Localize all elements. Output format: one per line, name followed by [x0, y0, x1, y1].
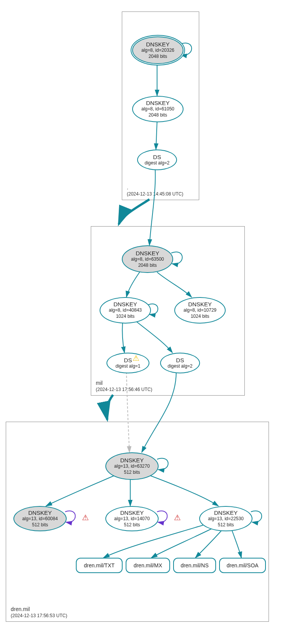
node-sub1: alg=13, id=60084 [22, 516, 58, 522]
node-dnskey-mil-zsk-40843: DNSKEY alg=8, id=40843 1024 bits [100, 297, 151, 324]
node-title: dren.mil/SOA [226, 562, 258, 568]
node-sub1: alg=8, id=61050 [141, 106, 174, 112]
node-rrset-ns: dren.mil/NS [173, 558, 216, 573]
node-dnskey-mil-zsk-10729: DNSKEY alg=8, id=10729 1024 bits [174, 297, 226, 324]
zone-name: dren.mil [11, 606, 67, 612]
zone-time: (2024-12-13 17:56:53 UTC) [11, 613, 67, 618]
node-sub1: digest alg=2 [144, 160, 169, 166]
node-dnskey-root-ksk: DNSKEY alg=8, id=20326 2048 bits [132, 36, 184, 64]
node-sub1: alg=8, id=10729 [184, 307, 216, 314]
node-sub1: alg=8, id=63500 [131, 256, 164, 263]
node-sub2: 2048 bits [149, 112, 167, 118]
zone-label-mil: mil (2024-12-13 17:56:46 UTC) [96, 380, 152, 392]
node-title: DS [153, 154, 161, 160]
zone-name: . [127, 184, 183, 191]
node-dnskey-root-zsk: DNSKEY alg=8, id=61050 2048 bits [132, 96, 184, 122]
node-title: dren.mil/TXT [84, 562, 115, 568]
node-dnskey-mil-ksk: DNSKEY alg=8, id=63500 2048 bits [122, 245, 173, 273]
node-sub1: alg=13, id=14070 [114, 516, 150, 522]
node-title: DNSKEY [188, 301, 212, 307]
zone-time: (2024-12-13 14:45:08 UTC) [127, 191, 183, 197]
node-ds-mil-alg1: DS digest alg=1 [106, 353, 149, 373]
node-sub2: 512 bits [124, 522, 140, 528]
node-dnskey-dren-22530: DNSKEY alg=13, id=22530 512 bits [199, 506, 252, 531]
node-title: DNSKEY [214, 509, 238, 516]
error-icon [174, 513, 181, 522]
zone-label-dren: dren.mil (2024-12-13 17:56:53 UTC) [11, 606, 67, 618]
zone-name: mil [96, 380, 152, 386]
node-title: DNSKEY [113, 301, 137, 307]
node-sub2: 512 bits [32, 522, 48, 528]
node-title: dren.mil/NS [180, 562, 208, 568]
node-sub2: 2048 bits [149, 54, 167, 60]
node-sub1: digest alg=1 [115, 363, 140, 370]
zone-label-root: . (2024-12-13 14:45:08 UTC) [127, 184, 183, 197]
node-title: DS [124, 357, 132, 363]
node-rrset-soa: dren.mil/SOA [219, 558, 266, 573]
node-dnskey-dren-ksk: DNSKEY alg=13, id=63270 512 bits [105, 452, 159, 480]
node-sub2: 512 bits [218, 522, 234, 528]
node-title: DNSKEY [120, 457, 144, 463]
node-title: DNSKEY [120, 509, 144, 516]
node-title: DNSKEY [146, 100, 170, 106]
error-icon [82, 513, 89, 522]
node-dnskey-dren-60084: DNSKEY alg=13, id=60084 512 bits [13, 506, 67, 531]
node-sub1: digest alg=2 [167, 363, 192, 370]
node-title: DNSKEY [136, 250, 159, 256]
ds-label: DS [124, 357, 132, 363]
node-sub2: 2048 bits [138, 263, 157, 269]
node-sub1: alg=8, id=40843 [109, 307, 142, 314]
node-sub2: 512 bits [124, 470, 140, 476]
node-sub2: 1024 bits [191, 314, 210, 320]
node-title: DS [176, 357, 184, 363]
node-dnskey-dren-14070: DNSKEY alg=13, id=14070 512 bits [105, 506, 159, 531]
node-ds-root: DS digest alg=2 [137, 150, 177, 170]
zone-time: (2024-12-13 17:56:46 UTC) [96, 387, 152, 392]
node-sub1: alg=13, id=22530 [208, 516, 244, 522]
node-sub2: 1024 bits [116, 314, 135, 320]
node-sub1: alg=13, id=63270 [114, 463, 150, 470]
node-title: DNSKEY [28, 509, 52, 516]
node-rrset-mx: dren.mil/MX [126, 558, 170, 573]
node-ds-mil-alg2: DS digest alg=2 [160, 353, 200, 373]
node-rrset-txt: dren.mil/TXT [76, 558, 123, 573]
node-title: dren.mil/MX [134, 562, 162, 568]
node-title: DNSKEY [146, 41, 170, 48]
node-sub1: alg=8, id=20326 [141, 48, 174, 54]
warning-icon [133, 353, 139, 363]
